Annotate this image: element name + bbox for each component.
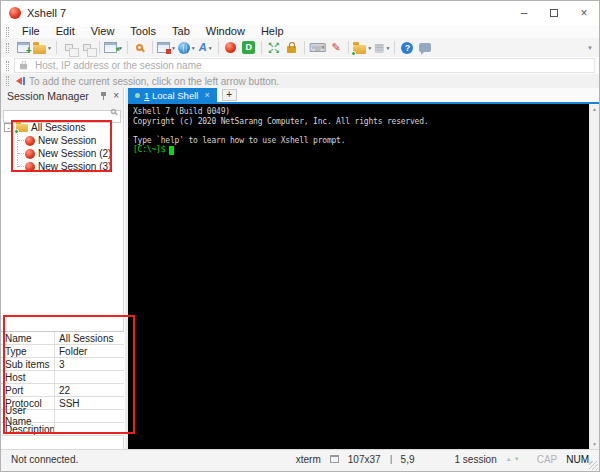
menu-item-window[interactable]: Window [198,25,253,38]
property-row[interactable]: Host [1,371,124,384]
toolbar-separator [348,41,349,54]
address-bar [1,57,599,74]
menu-item-view[interactable]: View [83,25,123,38]
caps-lock-indicator: CAP [537,454,558,465]
property-row[interactable]: Description [1,423,124,436]
help-button[interactable]: ? [399,39,415,56]
drag-handle[interactable] [6,76,9,86]
layout-button[interactable]: ▦▼ [374,39,390,56]
new-session-button[interactable]: + [15,39,31,56]
toolbar-separator [394,41,395,54]
panel-header: Session Manager × [1,88,123,104]
scroll-down-icon[interactable]: ▼ [590,441,599,447]
terminal-prompt: [C:\~]$ [133,145,165,155]
toolbar-overflow-icon[interactable]: ▼ [587,45,595,51]
terminal-cursor [169,146,174,155]
fullscreen-button[interactable]: ↖↗↙↘ [266,39,282,56]
session-manager-panel: Session Manager × - All Sessions [1,88,124,449]
drag-handle[interactable] [6,43,9,53]
app-icon [9,7,21,19]
menu-item-tab[interactable]: Tab [164,25,198,38]
status-bar: Not connected. xterm 107x37 5,9 1 sessio… [1,449,599,468]
menu-item-file[interactable]: File [14,25,48,38]
chevron-down-icon: ▼ [208,45,213,51]
tab-number: 1 [144,90,149,101]
terminal-line: Type `help' to learn how to use Xshell p… [133,136,589,146]
collapse-icon[interactable]: - [4,123,13,132]
property-key: Name [1,332,54,344]
panel-title: Session Manager [7,90,89,102]
minimize-button[interactable]: – [509,1,539,25]
screen-size-icon [330,455,339,463]
property-row[interactable]: Sub items 3 [1,358,124,371]
new-tab-button[interactable]: + [222,89,237,101]
title-bar: Xshell 7 – × [1,1,599,25]
terminal-area: 1 Local Shell × + Xshell 7 (Build 0049) … [128,88,599,449]
disconnect-button[interactable] [79,39,95,56]
address-input[interactable] [33,59,590,72]
menu-bar: File Edit View Tools Tab Window Help [1,25,599,38]
property-row[interactable]: User Name [1,410,124,423]
maximize-button[interactable] [539,1,569,25]
tab-local-shell[interactable]: 1 Local Shell × [128,88,217,102]
properties-table: Name All Sessions Type Folder Sub items … [1,331,124,436]
maximize-icon [550,9,558,17]
terminal[interactable]: Xshell 7 (Build 0049) Copyright (c) 2020… [128,104,589,449]
property-key: Description [1,423,54,435]
chevron-down-icon: ▼ [47,45,52,51]
menu-item-tools[interactable]: Tools [122,25,164,38]
info-bar-text: To add the current session, click on the… [29,76,279,87]
new-terminal-button[interactable]: *▼ [104,39,123,56]
tree-item-session-1[interactable]: New Session [1,134,123,147]
xftp-button[interactable]: D [241,39,257,56]
property-row[interactable]: Port 22 [1,384,124,397]
web-button[interactable]: ▼ [178,39,196,56]
font-icon: A [199,42,207,53]
tab-close-icon[interactable]: × [204,90,209,100]
virtual-keyboard-button[interactable]: ⌨ [309,39,326,56]
fullscreen-icon: ↖↗↙↘ [268,42,280,54]
tree-item-label: New Session (2) [38,148,111,159]
terminal-prompt-line: [C:\~]$ [133,145,589,155]
property-row[interactable]: Name All Sessions [1,332,124,345]
toolbar-separator [261,41,262,54]
globe-icon [178,42,190,54]
tree-item-session-2[interactable]: New Session (2) [1,147,123,160]
xshell-button[interactable] [223,39,239,56]
open-folder-button[interactable]: ▼ [33,39,52,56]
resize-grip[interactable] [589,461,598,470]
drag-handle[interactable] [6,61,9,71]
close-button[interactable]: × [569,1,599,25]
find-button[interactable] [132,39,148,56]
compose-button[interactable]: ✎ [328,39,344,56]
session-icon [25,149,35,159]
lock-screen-button[interactable] [284,39,300,56]
help-icon: ? [401,42,413,54]
property-value: 22 [54,384,124,396]
toolbar-separator [56,41,57,54]
drag-handle[interactable] [6,27,9,37]
tree-root-all-sessions[interactable]: - All Sessions [1,121,123,134]
font-button[interactable]: A▼ [198,39,214,56]
connect-button[interactable] [61,39,77,56]
property-row[interactable]: Type Folder [1,345,124,358]
properties-icon [157,42,170,53]
properties-button[interactable]: ▼ [157,39,176,56]
scroll-up-icon[interactable]: ▲ [590,106,599,112]
feedback-button[interactable] [417,39,433,56]
pin-icon[interactable] [100,92,108,101]
terminal-line [133,126,589,136]
tab-status-icon [135,93,140,98]
cursor-position: 5,9 [401,454,415,465]
xftp-icon: D [242,41,255,54]
menu-item-help[interactable]: Help [253,25,292,38]
terminal-scrollbar[interactable]: ▲ ▼ [589,104,599,449]
new-folder-button[interactable]: ▼ [353,39,372,56]
tree-item-session-3[interactable]: New Session (3) [1,160,123,173]
property-value: 3 [54,358,124,370]
session-count: 1 session [455,454,497,465]
disconnect-icon [83,44,91,51]
lock-icon [287,46,296,53]
panel-close-icon[interactable]: × [113,91,119,101]
menu-item-edit[interactable]: Edit [48,25,83,38]
